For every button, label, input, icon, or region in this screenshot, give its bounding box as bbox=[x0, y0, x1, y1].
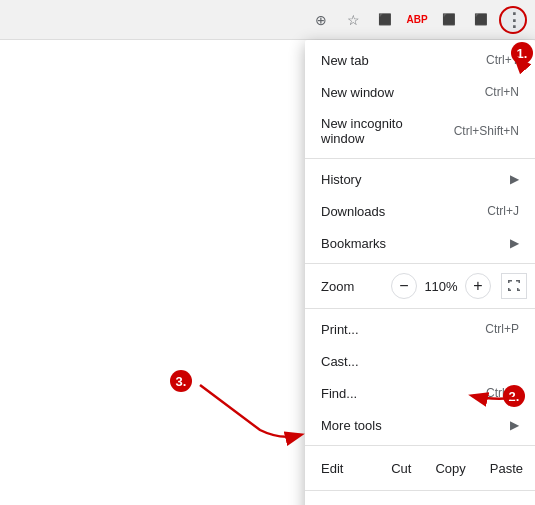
menu-item-new-tab[interactable]: New tab Ctrl+T bbox=[305, 44, 535, 76]
bookmarks-label: Bookmarks bbox=[321, 236, 510, 251]
bookmarks-arrow: ▶ bbox=[510, 236, 519, 250]
menu-item-history[interactable]: History ▶ bbox=[305, 163, 535, 195]
menu-section-settings: Settings bbox=[305, 491, 535, 505]
menu-item-settings[interactable]: Settings bbox=[305, 495, 535, 505]
new-tab-label: New tab bbox=[321, 53, 474, 68]
incognito-label: New incognito window bbox=[321, 116, 442, 146]
menu-item-more-tools[interactable]: More tools ▶ bbox=[305, 409, 535, 441]
find-shortcut: Ctrl+F bbox=[486, 386, 519, 400]
zoom-plus-btn[interactable]: + bbox=[465, 273, 491, 299]
extensions-icon[interactable]: ⬛ bbox=[371, 6, 399, 34]
cut-btn[interactable]: Cut bbox=[379, 455, 423, 482]
menu-section-zoom: Zoom − 110% + bbox=[305, 264, 535, 309]
zoom-controls: − 110% + bbox=[391, 273, 527, 299]
menu-section-new: New tab Ctrl+T New window Ctrl+N New inc… bbox=[305, 40, 535, 159]
print-shortcut: Ctrl+P bbox=[485, 322, 519, 336]
new-window-shortcut: Ctrl+N bbox=[485, 85, 519, 99]
chrome-toolbar: ⊕ ☆ ⬛ ABP ⬛ ⬛ ⋮ bbox=[0, 0, 535, 40]
chrome-menu: New tab Ctrl+T New window Ctrl+N New inc… bbox=[305, 40, 535, 505]
downloads-label: Downloads bbox=[321, 204, 475, 219]
edit-label: Edit bbox=[305, 461, 379, 476]
menu-item-bookmarks[interactable]: Bookmarks ▶ bbox=[305, 227, 535, 259]
more-tools-label: More tools bbox=[321, 418, 510, 433]
cast-label: Cast... bbox=[321, 354, 519, 369]
history-arrow: ▶ bbox=[510, 172, 519, 186]
menu-section-history: History ▶ Downloads Ctrl+J Bookmarks ▶ bbox=[305, 159, 535, 264]
badge-3: 3. bbox=[170, 370, 192, 392]
fullscreen-icon bbox=[507, 279, 521, 293]
zoom-row: Zoom − 110% + bbox=[305, 268, 535, 304]
menu-section-edit: Edit Cut Copy Paste bbox=[305, 446, 535, 491]
new-window-label: New window bbox=[321, 85, 473, 100]
find-label: Find... bbox=[321, 386, 474, 401]
misc-icon[interactable]: ⬛ bbox=[435, 6, 463, 34]
misc2-icon[interactable]: ⬛ bbox=[467, 6, 495, 34]
zoom-minus-btn[interactable]: − bbox=[391, 273, 417, 299]
zoom-icon[interactable]: ⊕ bbox=[307, 6, 335, 34]
print-label: Print... bbox=[321, 322, 473, 337]
zoom-value: 110% bbox=[423, 279, 459, 294]
copy-btn[interactable]: Copy bbox=[423, 455, 477, 482]
annotation-3: 3. bbox=[170, 370, 192, 392]
main-content: New tab Ctrl+T New window Ctrl+N New inc… bbox=[0, 40, 535, 505]
adblock-icon[interactable]: ABP bbox=[403, 6, 431, 34]
menu-item-print[interactable]: Print... Ctrl+P bbox=[305, 313, 535, 345]
downloads-shortcut: Ctrl+J bbox=[487, 204, 519, 218]
menu-item-incognito[interactable]: New incognito window Ctrl+Shift+N bbox=[305, 108, 535, 154]
star-icon[interactable]: ☆ bbox=[339, 6, 367, 34]
menu-icon[interactable]: ⋮ bbox=[499, 6, 527, 34]
menu-section-print: Print... Ctrl+P Cast... Find... Ctrl+F M… bbox=[305, 309, 535, 446]
menu-item-find[interactable]: Find... Ctrl+F bbox=[305, 377, 535, 409]
menu-item-cast[interactable]: Cast... bbox=[305, 345, 535, 377]
more-tools-arrow: ▶ bbox=[510, 418, 519, 432]
incognito-shortcut: Ctrl+Shift+N bbox=[454, 124, 519, 138]
edit-row: Edit Cut Copy Paste bbox=[305, 450, 535, 486]
menu-item-new-window[interactable]: New window Ctrl+N bbox=[305, 76, 535, 108]
zoom-fullscreen-btn[interactable] bbox=[501, 273, 527, 299]
menu-item-downloads[interactable]: Downloads Ctrl+J bbox=[305, 195, 535, 227]
paste-btn[interactable]: Paste bbox=[478, 455, 535, 482]
zoom-label: Zoom bbox=[313, 279, 391, 294]
new-tab-shortcut: Ctrl+T bbox=[486, 53, 519, 67]
history-label: History bbox=[321, 172, 510, 187]
